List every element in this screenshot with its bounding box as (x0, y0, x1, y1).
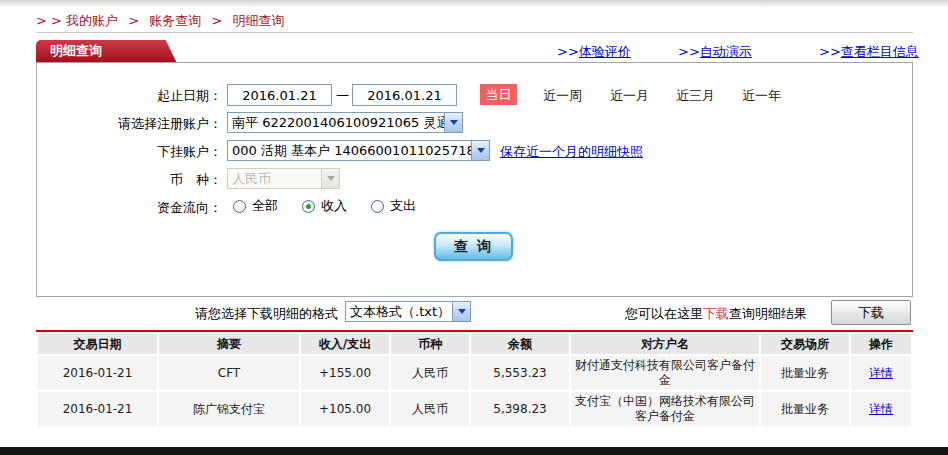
sub-account-label: 下挂账户： (32, 143, 222, 161)
radio-option-all[interactable]: 全部 (233, 197, 278, 215)
quick-range-year[interactable]: 近一年 (742, 87, 781, 105)
date-from-input[interactable] (227, 84, 332, 106)
register-account-label: 请选择注册账户： (32, 115, 222, 133)
currency-label: 币 种： (32, 171, 222, 189)
breadcrumb-separator: > (211, 13, 222, 28)
chevron-down-icon (471, 141, 489, 160)
bottom-bar (0, 447, 948, 455)
cell-date: 2016-01-21 (38, 392, 157, 426)
radio-icon[interactable] (371, 200, 384, 213)
cell-action: 详情 (851, 392, 911, 426)
breadcrumb: > > 我的账户 > 账务查询 > 明细查询 (36, 12, 284, 30)
col-currency: 币种 (391, 334, 469, 354)
cell-currency: 人民币 (391, 356, 469, 390)
cell-amount: +155.00 (301, 356, 389, 390)
cell-action: 详情 (851, 356, 911, 390)
flow-direction-options: 全部 收入 支出 (233, 197, 430, 215)
col-counterparty: 对方户名 (571, 334, 759, 354)
quick-range-quarter[interactable]: 近三月 (676, 87, 715, 105)
quick-range-month[interactable]: 近一月 (610, 87, 649, 105)
chevron-down-icon (444, 113, 462, 132)
sub-account-select[interactable]: 000 活期 基本户 1406600101102571848 (227, 140, 490, 161)
cell-amount: +105.00 (301, 392, 389, 426)
cell-counterparty: 财付通支付科技有限公司客户备付金 (571, 356, 759, 390)
breadcrumb-item-account-query[interactable]: 账务查询 (149, 13, 201, 28)
cell-counterparty: 支付宝（中国）网络技术有限公司客户备付金 (571, 392, 759, 426)
tab-detail-query: 明细查询 (36, 40, 162, 62)
quick-range-week[interactable]: 近一周 (543, 87, 582, 105)
cell-venue: 批量业务 (761, 356, 849, 390)
link-experience-rating[interactable]: >>体验评价 (557, 43, 631, 61)
col-action: 操作 (851, 334, 911, 354)
col-venue: 交易场所 (761, 334, 849, 354)
cell-date: 2016-01-21 (38, 356, 157, 390)
double-chevron-icon: >> (819, 44, 841, 59)
breadcrumb-prefix: > > (36, 13, 62, 28)
link-auto-demo[interactable]: >>自动演示 (678, 43, 752, 61)
top-gradient (0, 0, 948, 8)
chevron-down-icon (452, 302, 470, 321)
cell-summary: CFT (159, 356, 299, 390)
detail-link[interactable]: 详情 (869, 366, 893, 380)
double-chevron-icon: >> (557, 44, 579, 59)
register-account-select[interactable]: 南平 6222001406100921065 灵通卡 (227, 112, 463, 133)
chevron-down-icon (321, 169, 339, 188)
radio-checked-icon[interactable] (302, 200, 315, 213)
transactions-table: 交易日期 摘要 收入/支出 币种 余额 对方户名 交易场所 操作 2016-01… (36, 332, 913, 428)
cell-currency: 人民币 (391, 392, 469, 426)
download-hint-emphasis: 下载 (703, 306, 729, 321)
date-dash: — (336, 87, 349, 102)
currency-select: 人民币 (227, 168, 340, 189)
link-view-column-info[interactable]: >>查看栏目信息 (819, 43, 919, 61)
page: > > 我的账户 > 账务查询 > 明细查询 明细查询 >>体验评价 >>自动演… (0, 0, 948, 455)
download-button[interactable]: 下载 (831, 300, 911, 325)
download-hint: 您可以在这里下载查询明细结果 (625, 305, 807, 323)
col-amount: 收入/支出 (301, 334, 389, 354)
breadcrumb-separator: > (128, 13, 139, 28)
header-divider (36, 32, 913, 33)
cell-summary: 陈广锦支付宝 (159, 392, 299, 426)
download-format-label: 请您选择下载明细的格式 (195, 305, 338, 323)
cell-venue: 批量业务 (761, 392, 849, 426)
detail-link[interactable]: 详情 (869, 402, 893, 416)
double-chevron-icon: >> (678, 44, 700, 59)
radio-icon[interactable] (233, 200, 246, 213)
download-format-select[interactable]: 文本格式（.txt） (345, 301, 471, 322)
breadcrumb-item-detail-query: 明细查询 (232, 13, 284, 28)
date-range-label: 起止日期： (32, 87, 222, 105)
table-header-row: 交易日期 摘要 收入/支出 币种 余额 对方户名 交易场所 操作 (38, 334, 911, 354)
radio-option-income[interactable]: 收入 (302, 197, 347, 215)
save-snapshot-link[interactable]: 保存近一个月的明细快照 (500, 143, 643, 161)
date-to-input[interactable] (352, 84, 457, 106)
tab-label: 明细查询 (50, 43, 102, 58)
cell-balance: 5,398.23 (471, 392, 569, 426)
breadcrumb-item-my-account[interactable]: 我的账户 (66, 13, 118, 28)
col-balance: 余额 (471, 334, 569, 354)
table-row: 2016-01-21 陈广锦支付宝 +105.00 人民币 5,398.23 支… (38, 392, 911, 426)
cell-balance: 5,553.23 (471, 356, 569, 390)
flow-direction-label: 资金流向： (32, 199, 222, 217)
quick-range-today[interactable]: 当日 (480, 84, 517, 105)
table-row: 2016-01-21 CFT +155.00 人民币 5,553.23 财付通支… (38, 356, 911, 390)
query-button[interactable]: 查 询 (434, 232, 513, 261)
radio-option-expense[interactable]: 支出 (371, 197, 416, 215)
col-summary: 摘要 (159, 334, 299, 354)
col-date: 交易日期 (38, 334, 157, 354)
